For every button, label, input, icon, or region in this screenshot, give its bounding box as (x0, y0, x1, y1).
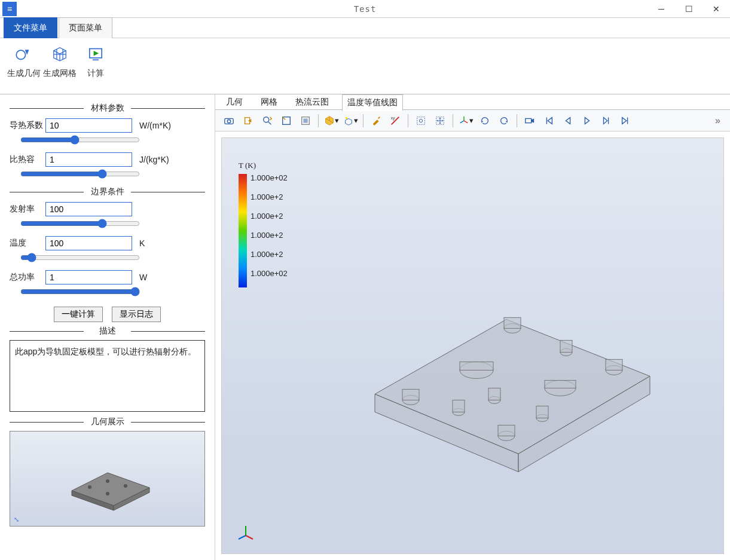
ribbon-generate-geometry[interactable]: 生成几何 (6, 42, 42, 90)
label-temperature: 温度 (10, 238, 45, 249)
view-tab-heatflux[interactable]: 热流云图 (291, 94, 334, 110)
svg-point-0 (16, 50, 25, 59)
svg-rect-16 (303, 118, 307, 123)
svg-line-53 (239, 535, 246, 539)
unit-temperature: K (139, 238, 145, 248)
step-fwd-icon[interactable] (597, 112, 615, 129)
play-icon[interactable] (578, 112, 596, 129)
ribbon: 生成几何 生成网格 计算 (0, 38, 730, 94)
slider-emissivity[interactable] (20, 219, 140, 228)
legend-tick: 1.000e+02 (251, 174, 288, 193)
rotate-cw-icon[interactable] (495, 112, 513, 129)
description-text: 此app为导轨固定板模型，可以进行热辐射分析。 (10, 340, 205, 412)
svg-text:xy: xy (391, 116, 395, 121)
slider-specific-heat[interactable] (20, 169, 140, 179)
input-temperature[interactable] (45, 236, 132, 250)
svg-point-7 (106, 492, 109, 495)
input-conductivity[interactable] (45, 118, 132, 133)
ribbon-generate-mesh[interactable]: 生成网格 (42, 42, 78, 90)
zoom-select-icon[interactable] (297, 112, 314, 129)
3d-canvas[interactable]: T (K) 1.000e+02 1.000e+2 1.000e+2 1.000e… (221, 137, 724, 554)
toolbar-overflow-button[interactable]: » (710, 115, 725, 126)
camera-icon[interactable] (220, 112, 238, 129)
input-emissivity[interactable] (45, 202, 132, 216)
svg-point-22 (419, 119, 422, 122)
selection-zoom-icon[interactable] (412, 112, 430, 129)
svg-point-9 (106, 479, 109, 483)
close-button[interactable]: ✕ (702, 0, 730, 18)
light-cube-icon[interactable]: ▾ (341, 112, 359, 129)
svg-point-11 (227, 120, 230, 123)
titlebar: ≡ Test ─ ☐ ✕ (0, 0, 730, 18)
slider-temperature[interactable] (20, 253, 140, 262)
view-tab-isotherm[interactable]: 温度等值线图 (342, 94, 403, 111)
step-back-icon[interactable] (559, 112, 577, 129)
legend-tick: 1.000e+2 (251, 193, 288, 212)
button-show-log[interactable]: 显示日志 (112, 307, 161, 322)
axis-triad-icon[interactable]: ▾ (457, 112, 475, 129)
tab-file-menu[interactable]: 文件菜单 (4, 17, 57, 38)
menu-tab-row: 文件菜单 页面菜单 (0, 18, 730, 38)
svg-rect-46 (536, 406, 548, 418)
slider-conductivity[interactable] (20, 135, 140, 145)
maximize-button[interactable]: ☐ (675, 0, 702, 18)
svg-rect-21 (417, 117, 425, 124)
export-icon[interactable] (239, 112, 257, 129)
selection-move-icon[interactable] (431, 112, 449, 129)
svg-point-8 (124, 484, 127, 488)
svg-line-26 (460, 121, 463, 123)
axis-triad-icon (236, 522, 255, 541)
preview-plate-icon (48, 443, 167, 515)
legend-tick: 1.000e+2 (251, 250, 288, 270)
skip-end-icon[interactable] (616, 112, 634, 129)
input-power[interactable] (45, 270, 132, 284)
brush-icon[interactable] (367, 112, 385, 129)
svg-point-12 (264, 117, 269, 122)
legend-tick: 1.000e+2 (251, 212, 288, 231)
minimize-button[interactable]: ─ (647, 0, 675, 18)
svg-rect-40 (606, 359, 622, 370)
label-power: 总功率 (10, 272, 45, 283)
label-emissivity: 发射率 (10, 204, 45, 215)
legend-bar-icon (239, 174, 247, 287)
view-tab-mesh[interactable]: 网格 (256, 94, 282, 110)
button-onekey-compute[interactable]: 一键计算 (54, 307, 103, 322)
skip-start-icon[interactable] (540, 112, 558, 129)
svg-rect-42 (504, 317, 521, 328)
svg-marker-3 (72, 473, 149, 506)
group-title-description: 描述 (10, 326, 205, 336)
view-tab-geometry[interactable]: 几何 (221, 94, 248, 110)
label-specific-heat: 比热容 (10, 154, 45, 165)
svg-rect-50 (453, 400, 465, 412)
label-conductivity: 导热系数 (10, 120, 45, 131)
cut-axis-icon[interactable]: xy (386, 112, 404, 129)
svg-line-25 (464, 121, 468, 123)
geometry-preview[interactable]: ⤡ (10, 431, 205, 527)
tab-page-menu[interactable]: 页面菜单 (59, 17, 112, 38)
input-specific-heat[interactable] (45, 152, 132, 167)
slider-power[interactable] (20, 287, 140, 296)
legend-tick: 1.000e+02 (251, 270, 288, 289)
compute-icon (78, 42, 114, 66)
group-title-material: 材料参数 (10, 103, 205, 114)
ribbon-compute[interactable]: 计算 (78, 42, 114, 90)
zoom-region-icon[interactable] (277, 112, 295, 129)
rotate-ccw-icon[interactable] (476, 112, 494, 129)
svg-line-18 (378, 117, 380, 118)
ribbon-label: 生成几何 (6, 68, 42, 79)
color-legend: T (K) 1.000e+02 1.000e+2 1.000e+2 1.000e… (239, 161, 288, 289)
legend-tick: 1.000e+2 (251, 231, 288, 250)
legend-title: T (K) (239, 161, 288, 170)
sidebar: 材料参数 导热系数 W/(m*K) 比热容 J/(kg*K) 边界条件 发射率 (0, 94, 215, 560)
svg-rect-44 (488, 388, 500, 400)
zoom-fit-icon[interactable] (258, 112, 276, 129)
group-title-geom-preview: 几何展示 (10, 417, 205, 427)
ribbon-label: 计算 (78, 68, 114, 79)
ribbon-label: 生成网格 (42, 68, 78, 79)
unit-conductivity: W/(m*K) (139, 121, 171, 130)
triad-icon: ⤡ (14, 516, 19, 524)
cube-view-icon[interactable]: ▾ (322, 112, 340, 129)
mesh-icon (42, 42, 78, 66)
unit-power: W (139, 273, 147, 282)
camera-rec-icon[interactable] (521, 112, 539, 129)
